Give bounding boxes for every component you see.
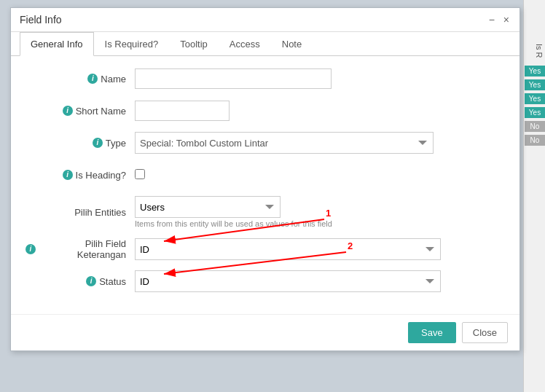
status-info-icon: i bbox=[86, 276, 96, 286]
name-field bbox=[135, 68, 505, 89]
is-heading-row: i Is Heading? bbox=[26, 164, 505, 186]
short-name-field bbox=[135, 101, 505, 121]
name-row: i Name bbox=[26, 68, 505, 90]
dialog-titlebar: Field Info − × bbox=[11, 8, 519, 32]
status-select[interactable]: ID bbox=[135, 270, 441, 292]
save-button[interactable]: Save bbox=[408, 322, 456, 343]
name-input[interactable] bbox=[135, 68, 332, 89]
name-info-icon: i bbox=[87, 74, 98, 84]
type-row: i Type Special: Tombol Custom Lintar bbox=[26, 132, 505, 154]
pilih-field-keterangan-label: i Pilih Field Keterangan bbox=[26, 238, 135, 260]
name-label: i Name bbox=[26, 74, 135, 85]
close-button[interactable]: Close bbox=[462, 322, 508, 343]
short-name-row: i Short Name bbox=[26, 100, 505, 122]
tab-tooltip[interactable]: Tooltip bbox=[169, 32, 219, 56]
badge-1: Yes bbox=[525, 66, 545, 77]
short-name-input[interactable] bbox=[135, 101, 230, 121]
pilih-field-keterangan-select[interactable]: ID bbox=[135, 238, 441, 260]
status-label: i Status bbox=[26, 276, 135, 287]
type-select[interactable]: Special: Tombol Custom Lintar bbox=[135, 132, 434, 154]
pilih-entities-select[interactable]: Users bbox=[135, 196, 281, 218]
background-panel: Is R Yes Yes Yes Yes No No bbox=[523, 0, 545, 392]
type-label: i Type bbox=[26, 138, 135, 149]
is-heading-field bbox=[135, 169, 505, 181]
badge-5: No bbox=[525, 121, 545, 132]
status-field: ID bbox=[135, 270, 505, 292]
type-field: Special: Tombol Custom Lintar bbox=[135, 132, 505, 154]
dialog-content: i Name i Short Name i Type bbox=[11, 56, 519, 314]
dialog-footer: Save Close bbox=[11, 314, 519, 350]
pilih-entities-label: Pilih Entities bbox=[26, 207, 135, 218]
badge-4: Yes bbox=[525, 107, 545, 118]
pilih-field-keterangan-info-icon: i bbox=[26, 244, 36, 254]
is-heading-info-icon: i bbox=[63, 170, 73, 180]
field-info-dialog: Field Info − × General Info Is Required?… bbox=[10, 7, 520, 351]
short-name-label: i Short Name bbox=[26, 106, 135, 117]
type-info-icon: i bbox=[93, 138, 103, 148]
dialog-title: Field Info bbox=[20, 14, 62, 26]
dialog-controls: − × bbox=[487, 15, 511, 25]
bg-badges-list: Yes Yes Yes Yes No No bbox=[525, 66, 545, 146]
short-name-info-icon: i bbox=[63, 106, 73, 116]
pilih-field-keterangan-field: ID bbox=[135, 238, 505, 260]
status-row: i Status ID bbox=[26, 270, 505, 292]
badge-3: Yes bbox=[525, 93, 545, 104]
pilih-field-keterangan-row: i Pilih Field Keterangan ID bbox=[26, 238, 505, 260]
is-heading-label: i Is Heading? bbox=[26, 170, 135, 181]
pilih-entities-hint: Items from this entity will be used as v… bbox=[135, 219, 505, 228]
minimize-button[interactable]: − bbox=[487, 15, 496, 25]
badge-6: No bbox=[525, 135, 545, 146]
tab-bar: General Info Is Required? Tooltip Access… bbox=[11, 32, 519, 56]
badge-2: Yes bbox=[525, 79, 545, 90]
is-heading-checkbox[interactable] bbox=[135, 169, 145, 179]
tab-is-required[interactable]: Is Required? bbox=[94, 32, 170, 56]
close-dialog-button[interactable]: × bbox=[502, 15, 511, 25]
pilih-entities-row: Pilih Entities Users Items from this ent… bbox=[26, 196, 505, 228]
pilih-entities-field: Users Items from this entity will be use… bbox=[135, 196, 505, 228]
tab-access[interactable]: Access bbox=[219, 32, 271, 56]
tab-note[interactable]: Note bbox=[271, 32, 313, 56]
bg-panel-label: Is R bbox=[535, 44, 544, 58]
tab-general-info[interactable]: General Info bbox=[20, 32, 94, 56]
